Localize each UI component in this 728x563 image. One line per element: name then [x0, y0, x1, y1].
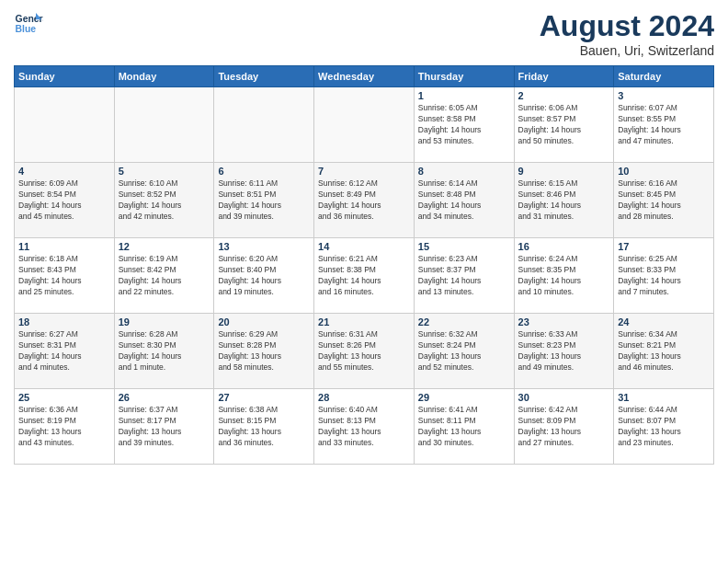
calendar-cell: 8Sunrise: 6:14 AM Sunset: 8:48 PM Daylig…: [414, 163, 514, 238]
day-info: Sunrise: 6:27 AM Sunset: 8:31 PM Dayligh…: [18, 329, 110, 373]
calendar-cell: 22Sunrise: 6:32 AM Sunset: 8:24 PM Dayli…: [414, 314, 514, 389]
day-number: 25: [18, 392, 110, 403]
day-info: Sunrise: 6:36 AM Sunset: 8:19 PM Dayligh…: [18, 405, 110, 449]
calendar-cell: 21Sunrise: 6:31 AM Sunset: 8:26 PM Dayli…: [314, 314, 415, 389]
calendar-week-row: 11Sunrise: 6:18 AM Sunset: 8:43 PM Dayli…: [15, 238, 714, 314]
day-number: 28: [318, 392, 410, 403]
day-number: 27: [218, 392, 310, 403]
main-container: General Blue August 2024 Bauen, Uri, Swi…: [0, 0, 728, 469]
calendar-cell: [114, 87, 214, 163]
day-info: Sunrise: 6:14 AM Sunset: 8:48 PM Dayligh…: [418, 178, 510, 223]
calendar-cell: 31Sunrise: 6:44 AM Sunset: 8:07 PM Dayli…: [614, 389, 714, 465]
logo-icon: General Blue: [14, 9, 43, 39]
day-of-week-header: Saturday: [614, 66, 714, 87]
day-number: 6: [218, 166, 310, 177]
day-of-week-header: Wednesday: [314, 66, 415, 87]
calendar-cell: 27Sunrise: 6:38 AM Sunset: 8:15 PM Dayli…: [214, 389, 314, 465]
day-info: Sunrise: 6:28 AM Sunset: 8:30 PM Dayligh…: [119, 329, 210, 373]
day-number: 13: [218, 241, 310, 252]
day-info: Sunrise: 6:37 AM Sunset: 8:17 PM Dayligh…: [119, 405, 210, 449]
day-info: Sunrise: 6:34 AM Sunset: 8:21 PM Dayligh…: [618, 329, 710, 373]
day-info: Sunrise: 6:31 AM Sunset: 8:26 PM Dayligh…: [318, 329, 410, 373]
day-info: Sunrise: 6:18 AM Sunset: 8:43 PM Dayligh…: [18, 254, 110, 298]
calendar-cell: 26Sunrise: 6:37 AM Sunset: 8:17 PM Dayli…: [114, 389, 214, 465]
logo: General Blue: [14, 9, 43, 39]
day-number: 11: [18, 241, 110, 252]
day-info: Sunrise: 6:40 AM Sunset: 8:13 PM Dayligh…: [318, 405, 410, 449]
day-of-week-header: Tuesday: [214, 66, 314, 87]
title-block: August 2024 Bauen, Uri, Switzerland: [540, 9, 714, 58]
day-info: Sunrise: 6:29 AM Sunset: 8:28 PM Dayligh…: [218, 329, 310, 373]
day-of-week-header: Thursday: [414, 66, 514, 87]
day-number: 30: [518, 392, 610, 403]
day-info: Sunrise: 6:20 AM Sunset: 8:40 PM Dayligh…: [218, 254, 310, 298]
day-of-week-header: Sunday: [15, 66, 115, 87]
calendar-cell: 19Sunrise: 6:28 AM Sunset: 8:30 PM Dayli…: [114, 314, 214, 389]
calendar-cell: 20Sunrise: 6:29 AM Sunset: 8:28 PM Dayli…: [214, 314, 314, 389]
day-number: 3: [618, 90, 710, 101]
calendar-week-row: 25Sunrise: 6:36 AM Sunset: 8:19 PM Dayli…: [15, 389, 714, 465]
day-number: 14: [318, 241, 410, 252]
day-info: Sunrise: 6:06 AM Sunset: 8:57 PM Dayligh…: [518, 103, 610, 147]
day-number: 26: [119, 392, 210, 403]
day-number: 10: [618, 166, 710, 177]
calendar-cell: 5Sunrise: 6:10 AM Sunset: 8:52 PM Daylig…: [114, 163, 214, 238]
calendar-cell: [314, 87, 415, 163]
calendar-week-row: 1Sunrise: 6:05 AM Sunset: 8:58 PM Daylig…: [15, 87, 714, 163]
day-number: 22: [418, 316, 510, 327]
day-of-week-header: Monday: [114, 66, 214, 87]
day-number: 16: [518, 241, 610, 252]
calendar-cell: 1Sunrise: 6:05 AM Sunset: 8:58 PM Daylig…: [414, 87, 514, 163]
day-number: 31: [618, 392, 710, 403]
day-number: 20: [218, 316, 310, 327]
calendar-week-row: 4Sunrise: 6:09 AM Sunset: 8:54 PM Daylig…: [15, 163, 714, 238]
calendar-cell: 30Sunrise: 6:42 AM Sunset: 8:09 PM Dayli…: [514, 389, 614, 465]
day-info: Sunrise: 6:42 AM Sunset: 8:09 PM Dayligh…: [518, 405, 610, 449]
calendar-cell: 23Sunrise: 6:33 AM Sunset: 8:23 PM Dayli…: [514, 314, 614, 389]
calendar-cell: [214, 87, 314, 163]
calendar-cell: 6Sunrise: 6:11 AM Sunset: 8:51 PM Daylig…: [214, 163, 314, 238]
day-info: Sunrise: 6:09 AM Sunset: 8:54 PM Dayligh…: [18, 178, 110, 223]
day-number: 2: [518, 90, 610, 101]
calendar-cell: 29Sunrise: 6:41 AM Sunset: 8:11 PM Dayli…: [414, 389, 514, 465]
day-info: Sunrise: 6:32 AM Sunset: 8:24 PM Dayligh…: [418, 329, 510, 373]
day-number: 24: [618, 316, 710, 327]
calendar-week-row: 18Sunrise: 6:27 AM Sunset: 8:31 PM Dayli…: [15, 314, 714, 389]
day-info: Sunrise: 6:41 AM Sunset: 8:11 PM Dayligh…: [418, 405, 510, 449]
day-number: 9: [518, 166, 610, 177]
day-number: 17: [618, 241, 710, 252]
calendar-cell: 14Sunrise: 6:21 AM Sunset: 8:38 PM Dayli…: [314, 238, 415, 314]
day-number: 7: [318, 166, 410, 177]
day-info: Sunrise: 6:24 AM Sunset: 8:35 PM Dayligh…: [518, 254, 610, 298]
day-info: Sunrise: 6:23 AM Sunset: 8:37 PM Dayligh…: [418, 254, 510, 298]
day-number: 19: [119, 316, 210, 327]
day-info: Sunrise: 6:11 AM Sunset: 8:51 PM Dayligh…: [218, 178, 310, 223]
day-info: Sunrise: 6:33 AM Sunset: 8:23 PM Dayligh…: [518, 329, 610, 373]
svg-text:Blue: Blue: [16, 24, 37, 34]
day-info: Sunrise: 6:25 AM Sunset: 8:33 PM Dayligh…: [618, 254, 710, 298]
calendar-header-row: SundayMondayTuesdayWednesdayThursdayFrid…: [15, 66, 714, 87]
calendar-cell: 4Sunrise: 6:09 AM Sunset: 8:54 PM Daylig…: [15, 163, 115, 238]
day-number: 1: [418, 90, 510, 101]
day-info: Sunrise: 6:15 AM Sunset: 8:46 PM Dayligh…: [518, 178, 610, 223]
day-number: 15: [418, 241, 510, 252]
calendar-cell: 13Sunrise: 6:20 AM Sunset: 8:40 PM Dayli…: [214, 238, 314, 314]
month-year: August 2024: [540, 9, 714, 43]
header: General Blue August 2024 Bauen, Uri, Swi…: [14, 9, 714, 58]
day-info: Sunrise: 6:21 AM Sunset: 8:38 PM Dayligh…: [318, 254, 410, 298]
calendar-cell: 17Sunrise: 6:25 AM Sunset: 8:33 PM Dayli…: [614, 238, 714, 314]
day-number: 23: [518, 316, 610, 327]
calendar-cell: 25Sunrise: 6:36 AM Sunset: 8:19 PM Dayli…: [15, 389, 115, 465]
calendar-cell: 11Sunrise: 6:18 AM Sunset: 8:43 PM Dayli…: [15, 238, 115, 314]
calendar-cell: 15Sunrise: 6:23 AM Sunset: 8:37 PM Dayli…: [414, 238, 514, 314]
calendar-cell: [15, 87, 115, 163]
day-number: 18: [18, 316, 110, 327]
day-info: Sunrise: 6:38 AM Sunset: 8:15 PM Dayligh…: [218, 405, 310, 449]
calendar-cell: 12Sunrise: 6:19 AM Sunset: 8:42 PM Dayli…: [114, 238, 214, 314]
day-info: Sunrise: 6:07 AM Sunset: 8:55 PM Dayligh…: [618, 103, 710, 147]
day-number: 29: [418, 392, 510, 403]
calendar-cell: 2Sunrise: 6:06 AM Sunset: 8:57 PM Daylig…: [514, 87, 614, 163]
day-of-week-header: Friday: [514, 66, 614, 87]
day-number: 12: [119, 241, 210, 252]
location: Bauen, Uri, Switzerland: [540, 43, 714, 58]
